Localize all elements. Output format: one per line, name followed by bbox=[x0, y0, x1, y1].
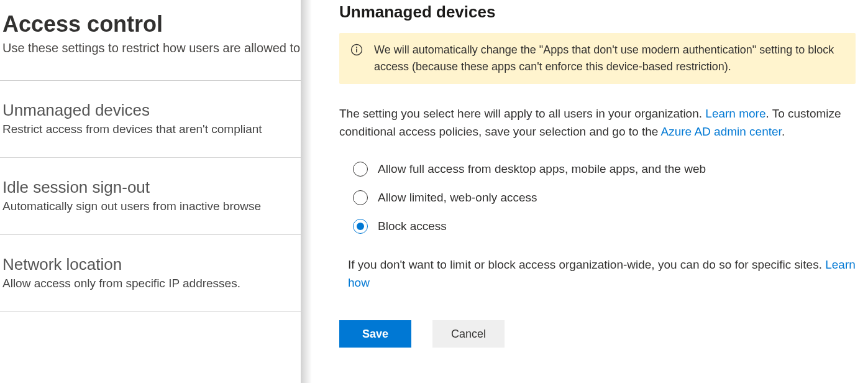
radio-icon bbox=[353, 219, 368, 234]
section-idle-session-sign-out[interactable]: Idle session sign-out Automatically sign… bbox=[0, 158, 301, 235]
page-subtitle: Use these settings to restrict how users… bbox=[0, 41, 301, 55]
azure-ad-admin-center-link[interactable]: Azure AD admin center bbox=[661, 125, 782, 138]
secondary-text-1: If you don't want to limit or block acce… bbox=[348, 258, 825, 271]
radio-icon bbox=[353, 162, 368, 177]
info-text: We will automatically change the "Apps t… bbox=[374, 42, 843, 75]
section-title: Network location bbox=[2, 255, 298, 274]
page-title: Access control bbox=[0, 11, 301, 37]
section-title: Unmanaged devices bbox=[2, 101, 298, 120]
section-unmanaged-devices[interactable]: Unmanaged devices Restrict access from d… bbox=[0, 81, 301, 158]
per-site-text: If you don't want to limit or block acce… bbox=[339, 256, 856, 292]
access-control-list: Access control Use these settings to res… bbox=[0, 0, 301, 383]
radio-label: Allow full access from desktop apps, mob… bbox=[378, 162, 706, 176]
access-options-radio-group: Allow full access from desktop apps, mob… bbox=[339, 162, 856, 234]
radio-allow-full-access[interactable]: Allow full access from desktop apps, mob… bbox=[353, 162, 856, 177]
svg-point-1 bbox=[356, 47, 357, 48]
radio-icon bbox=[353, 190, 368, 205]
panel-title: Unmanaged devices bbox=[339, 2, 856, 22]
cancel-button[interactable]: Cancel bbox=[432, 320, 505, 348]
unmanaged-devices-panel: Unmanaged devices We will automatically … bbox=[301, 0, 868, 383]
section-desc: Allow access only from specific IP addre… bbox=[2, 277, 298, 290]
info-icon bbox=[350, 44, 363, 56]
desc-text-1: The setting you select here will apply t… bbox=[339, 107, 705, 120]
section-desc: Restrict access from devices that aren't… bbox=[2, 122, 298, 136]
svg-rect-2 bbox=[356, 48, 357, 52]
section-network-location[interactable]: Network location Allow access only from … bbox=[0, 235, 301, 312]
section-desc: Automatically sign out users from inacti… bbox=[2, 200, 298, 213]
radio-label: Block access bbox=[378, 219, 447, 233]
learn-more-link[interactable]: Learn more bbox=[705, 107, 765, 120]
button-row: Save Cancel bbox=[339, 320, 856, 348]
section-title: Idle session sign-out bbox=[2, 178, 298, 197]
radio-label: Allow limited, web-only access bbox=[378, 191, 537, 205]
desc-text-3: . bbox=[782, 125, 785, 138]
radio-allow-limited-access[interactable]: Allow limited, web-only access bbox=[353, 190, 856, 205]
save-button[interactable]: Save bbox=[339, 320, 411, 348]
panel-description: The setting you select here will apply t… bbox=[339, 105, 856, 141]
info-banner: We will automatically change the "Apps t… bbox=[339, 33, 856, 84]
radio-block-access[interactable]: Block access bbox=[353, 219, 856, 234]
